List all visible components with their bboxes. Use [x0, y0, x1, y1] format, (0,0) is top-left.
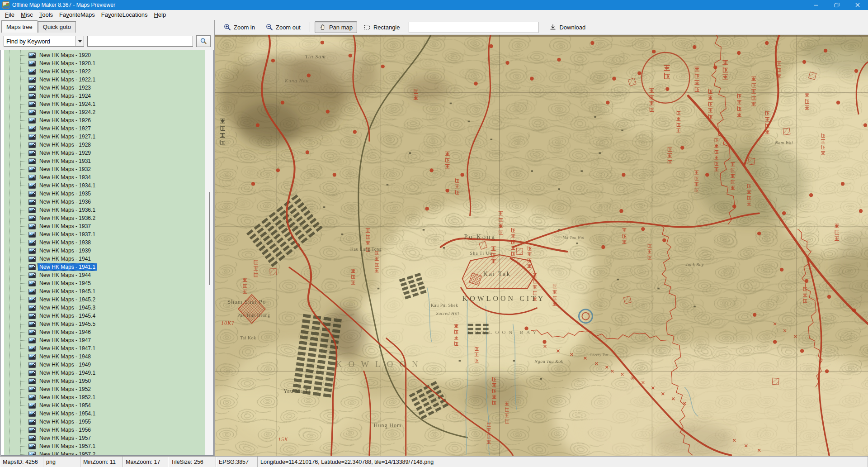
tree-item[interactable]: New HK Maps - 1922.1 [4, 76, 205, 84]
tree-item[interactable]: New HK Maps - 1946 [4, 328, 205, 336]
tree-item[interactable]: New HK Maps - 1949 [4, 361, 205, 369]
tree-item[interactable]: New HK Maps - 1957.1 [4, 442, 205, 450]
rectangle-select-icon [363, 24, 371, 31]
tree-item[interactable]: New HK Maps - 1949.1 [4, 369, 205, 377]
zoom-out-button[interactable]: Zoom out [261, 21, 305, 33]
tree-item[interactable]: New HK Maps - 1927.1 [4, 133, 205, 141]
tree-connector [20, 259, 28, 259]
tree-item[interactable]: New HK Maps - 1945.2 [4, 295, 205, 304]
tree-item[interactable]: New HK Maps - 1934 [4, 173, 205, 181]
tree-item[interactable]: New HK Maps - 1955 [4, 418, 205, 426]
tree-item[interactable]: New HK Maps - 1929 [4, 149, 205, 157]
tree-item[interactable]: New HK Maps - 1936 [4, 198, 205, 206]
tree-connector [20, 161, 28, 162]
tree-item[interactable]: New HK Maps - 1952.1 [4, 393, 205, 401]
download-button[interactable]: Download [545, 21, 590, 33]
map-layer-icon [28, 134, 36, 140]
tree-item[interactable]: New HK Maps - 1931 [4, 157, 205, 165]
tree-connector [20, 202, 28, 202]
tree-item[interactable]: New HK Maps - 1920 [4, 51, 205, 59]
tree-item[interactable]: New HK Maps - 1957 [4, 434, 205, 442]
menu-favoritelocations[interactable]: FavoriteLocations [98, 10, 151, 19]
close-button[interactable] [847, 0, 868, 10]
tree-item[interactable]: New HK Maps - 1924 [4, 92, 205, 100]
tree-item[interactable]: New HK Maps - 1956 [4, 426, 205, 434]
tree-item[interactable]: New HK Maps - 1924.2 [4, 108, 205, 116]
restore-button[interactable] [826, 0, 847, 10]
tree-item[interactable]: New HK Maps - 1937.1 [4, 230, 205, 238]
tree-item[interactable]: New HK Maps - 1948 [4, 353, 205, 361]
tree-item[interactable]: New HK Maps - 1945.5 [4, 320, 205, 328]
map-place-label: KOWLOON [336, 359, 425, 369]
menu-file[interactable]: File [2, 10, 18, 19]
sidebar-tabstrip: Maps tree Quick goto [0, 20, 214, 33]
find-mode-select[interactable]: Find by Keyword [4, 36, 84, 47]
map-place-label: 15K [278, 436, 288, 443]
combo-dropdown-button[interactable] [75, 36, 84, 46]
tree-connector [20, 120, 28, 121]
tree-connector [20, 340, 28, 341]
map-viewport[interactable]: Tin SamKung HauPo KongSha Ti UeKai TakKO… [215, 35, 868, 456]
tree-item[interactable]: New HK Maps - 1950 [4, 377, 205, 385]
tree-item[interactable]: New HK Maps - 1935 [4, 190, 205, 198]
tree-item[interactable]: New HK Maps - 1941 [4, 255, 205, 263]
tree-item[interactable]: New HK Maps - 1954 [4, 401, 205, 410]
map-layer-icon [28, 118, 36, 124]
tree-item[interactable]: New HK Maps - 1926 [4, 116, 205, 124]
map-layer-icon [28, 207, 36, 213]
tree-item[interactable]: New HK Maps - 1936.2 [4, 214, 205, 222]
map-canvas[interactable]: Tin SamKung HauPo KongSha Ti UeKai TakKO… [215, 35, 868, 456]
tab-quick-goto[interactable]: Quick goto [38, 21, 76, 33]
tree-connector [20, 389, 28, 390]
tree-item[interactable]: New HK Maps - 1941.1 [4, 263, 205, 271]
tree-item[interactable]: New HK Maps - 1932 [4, 165, 205, 173]
restore-icon [833, 1, 840, 9]
map-layer-icon [28, 443, 36, 449]
keyword-search-input[interactable] [87, 36, 193, 47]
map-layer-icon [28, 61, 36, 67]
menu-tools[interactable]: Tools [36, 10, 56, 19]
tree-item[interactable]: New HK Maps - 1923 [4, 84, 205, 92]
menu-favoritemaps[interactable]: FavoriteMaps [56, 10, 98, 19]
tree-scrollbar[interactable] [205, 50, 213, 455]
tree-item[interactable]: New HK Maps - 1947.1 [4, 344, 205, 353]
search-button[interactable] [196, 35, 211, 47]
map-layer-icon [28, 313, 36, 319]
minimize-button[interactable] [806, 0, 826, 10]
tree-item[interactable]: New HK Maps - 1944 [4, 271, 205, 279]
tree-item[interactable]: New HK Maps - 1945 [4, 279, 205, 287]
tree-item[interactable]: New HK Maps - 1938 [4, 238, 205, 247]
tree-connector [20, 63, 28, 64]
tree-item[interactable]: New HK Maps - 1928 [4, 141, 205, 149]
tab-maps-tree[interactable]: Maps tree [1, 20, 38, 33]
tree-item[interactable]: New HK Maps - 1952 [4, 385, 205, 393]
tree-item[interactable]: New HK Maps - 1924.1 [4, 100, 205, 108]
tree-item[interactable]: New HK Maps - 1945.4 [4, 312, 205, 320]
tree-connector [20, 438, 28, 438]
tree-item[interactable]: New HK Maps - 1945.1 [4, 287, 205, 295]
tree-item[interactable]: New HK Maps - 1939 [4, 247, 205, 255]
map-layer-icon [28, 305, 36, 311]
download-path-input[interactable] [409, 22, 538, 33]
tree-item[interactable]: New HK Maps - 1954.1 [4, 410, 205, 418]
tree-item[interactable]: New HK Maps - 1947 [4, 336, 205, 344]
pan-map-label: Pan map [329, 24, 353, 31]
tree-item[interactable]: New HK Maps - 1922 [4, 67, 205, 76]
tree-item[interactable]: New HK Maps - 1920.1 [4, 59, 205, 67]
menu-misc[interactable]: Misc [18, 10, 36, 19]
tree-item[interactable]: New HK Maps - 1936.1 [4, 206, 205, 214]
tree-item[interactable]: New HK Maps - 1934.1 [4, 181, 205, 190]
status-cell: Longitude=114.210176, Latitude=22.340788… [258, 457, 868, 467]
zoom-in-button[interactable]: Zoom in [219, 21, 259, 33]
map-place-label: Sham Shui Po [227, 298, 266, 305]
rectangle-button[interactable]: Rectangle [359, 21, 405, 33]
pan-map-button[interactable]: Pan map [315, 21, 357, 33]
map-place-label: Cherry Tsu [590, 353, 608, 357]
tree-item[interactable]: New HK Maps - 1937 [4, 222, 205, 230]
tree-connector [20, 373, 28, 373]
tree-item[interactable]: New HK Maps - 1945.3 [4, 304, 205, 312]
menu-help[interactable]: Help [151, 10, 169, 19]
tree-item[interactable]: New HK Maps - 1957.2 [4, 450, 205, 455]
tree-scrollbar-thumb[interactable] [209, 192, 210, 285]
tree-item[interactable]: New HK Maps - 1927 [4, 124, 205, 133]
